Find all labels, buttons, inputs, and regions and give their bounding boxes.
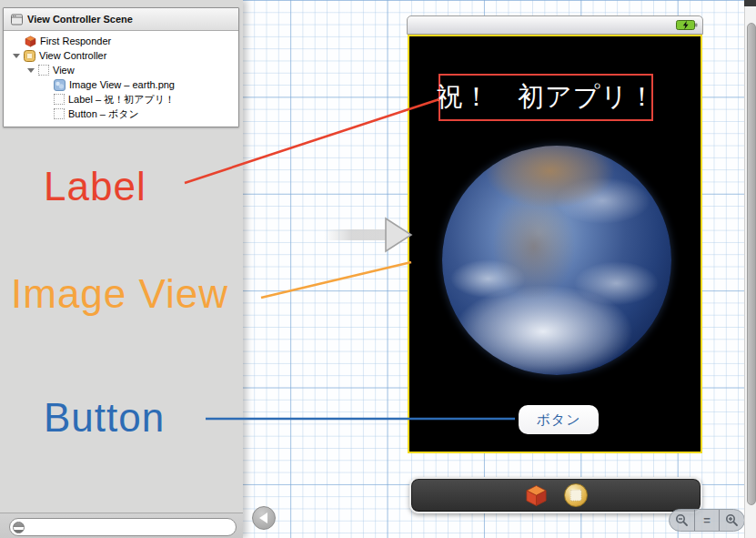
hide-outline-button[interactable]: [252, 506, 276, 530]
button-icon: [54, 108, 65, 119]
zoom-in-magnifier-icon: [725, 513, 739, 527]
dock-view-controller-inner: [570, 490, 581, 502]
scrollbar-thumb[interactable]: [747, 23, 756, 505]
zoom-out-magnifier-icon: [675, 513, 689, 527]
scene-dock: [409, 477, 702, 513]
scrollbar-top-corner: [744, 0, 756, 6]
canvas-zoom-controls: =: [669, 509, 745, 532]
outline-tree: First Responder View Controller View: [4, 31, 238, 121]
outline-item-label: Label – 祝！初アプリ！: [68, 93, 175, 107]
filter-field[interactable]: [9, 518, 237, 536]
outline-item-view-controller[interactable]: View Controller: [4, 48, 238, 63]
dock-view-controller-icon[interactable]: [564, 483, 588, 507]
vertical-scrollbar[interactable]: [744, 0, 756, 538]
outline-item-label-element[interactable]: Label – 祝！初アプリ！: [4, 92, 238, 107]
view-controller-root-view[interactable]: 祝！ 初アプリ！ ボタン: [408, 35, 702, 453]
device-button-text: ボタン: [536, 411, 580, 429]
first-responder-cube-icon: [25, 36, 36, 47]
battery-charging-icon: [676, 19, 699, 31]
outline-item-label: Button – ボタン: [68, 107, 139, 121]
device-button-control[interactable]: ボタン: [519, 405, 599, 434]
annotation-button-text: Button: [44, 395, 165, 441]
zoom-out-button[interactable]: [670, 510, 694, 531]
view-controller-icon: [24, 50, 35, 62]
disclosure-triangle-icon[interactable]: [27, 68, 35, 73]
interface-builder-canvas: View Controller Scene First Responder: [0, 0, 756, 538]
outline-item-label: First Responder: [40, 36, 111, 46]
storyboard-scene-icon: [11, 14, 23, 25]
scene-header[interactable]: View Controller Scene: [4, 8, 238, 31]
annotation-image-view-text: Image View: [11, 271, 228, 317]
view-icon: [38, 65, 49, 76]
scene-outline-panel: View Controller Scene First Responder: [3, 7, 239, 127]
outline-item-label: View: [53, 65, 75, 76]
label-icon: [54, 94, 65, 105]
document-outline-pane: View Controller Scene First Responder: [0, 0, 243, 538]
device-label-text: 祝！ 初アプリ！: [436, 79, 656, 116]
outline-item-first-responder[interactable]: First Responder: [4, 34, 238, 48]
outline-item-button-element[interactable]: Button – ボタン: [4, 107, 238, 121]
outline-item-label: Image View – earth.png: [69, 79, 175, 90]
outline-item-view[interactable]: View: [4, 63, 238, 77]
selected-label-control[interactable]: 祝！ 初アプリ！: [438, 74, 653, 121]
disclosure-triangle-icon[interactable]: [13, 54, 20, 58]
earth-image-view[interactable]: [442, 146, 671, 375]
outline-item-label: View Controller: [39, 50, 106, 61]
annotation-label-text: Label: [44, 164, 146, 209]
zoom-reset-label: =: [703, 513, 711, 527]
filter-bar: [0, 513, 243, 538]
simulated-status-bar: [407, 15, 703, 35]
scene-title: View Controller Scene: [27, 14, 133, 25]
image-view-icon: [54, 79, 66, 91]
filter-input[interactable]: [25, 520, 236, 534]
zoom-in-button[interactable]: [719, 510, 744, 531]
left-triangle-icon: [259, 513, 267, 523]
outline-item-image-view[interactable]: Image View – earth.png: [4, 77, 238, 92]
zoom-reset-button[interactable]: =: [694, 510, 720, 531]
filter-icon: [13, 522, 25, 533]
dock-first-responder-icon[interactable]: [525, 484, 548, 507]
